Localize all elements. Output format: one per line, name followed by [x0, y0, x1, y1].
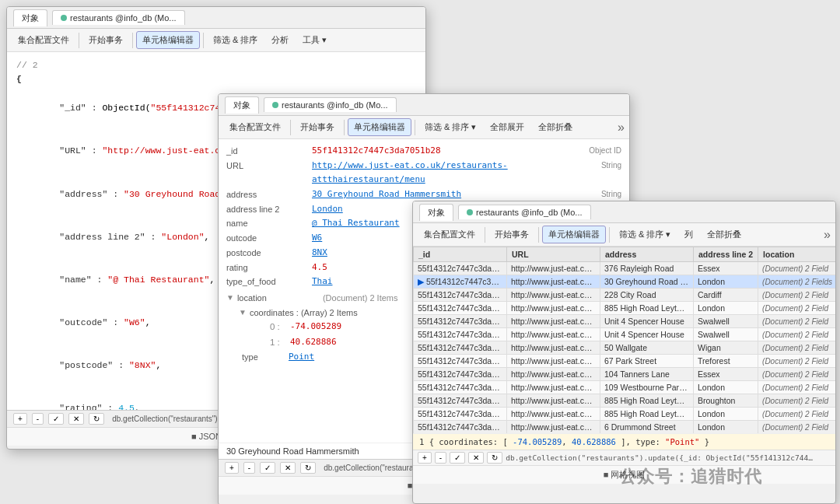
- toolbar-transaction-btn[interactable]: 开始事务: [82, 31, 129, 49]
- window3-view-label: ■ 网格视图: [413, 465, 835, 484]
- w2-celleditor-btn[interactable]: 单元格编辑器: [348, 118, 411, 136]
- table-row[interactable]: 55f14312c7447c3da7051b2chttp://www.just-…: [414, 408, 836, 421]
- w2-refresh-btn[interactable]: ↻: [300, 462, 316, 474]
- w3-chevron-icon: ▾: [666, 229, 670, 240]
- w3-sep1: [485, 227, 485, 243]
- w2-add-btn[interactable]: +: [225, 462, 239, 474]
- toolbar-config-btn[interactable]: 集合配置文件: [12, 31, 75, 49]
- col-address[interactable]: address: [600, 247, 694, 262]
- window2-titlebar: 对象 restaurants @info_db (Mo...: [219, 94, 629, 116]
- w3-filter-btn[interactable]: 筛选 & 排序 ▾: [613, 226, 677, 243]
- window2-tab2-label: restaurants @info_db (Mo...: [282, 100, 388, 110]
- table-row[interactable]: 55f14312c7447c3da7051b2fhttp://www.just-…: [414, 315, 836, 328]
- w3-more-btn[interactable]: »: [824, 228, 831, 242]
- w2-config-btn[interactable]: 集合配置文件: [223, 118, 287, 136]
- toolbar-filter-btn[interactable]: 筛选 & 排序: [207, 31, 264, 49]
- json-line-comment: // 2: [16, 58, 416, 72]
- col-id[interactable]: _id: [414, 247, 507, 262]
- toolbar-sep3: [203, 33, 204, 48]
- tab-dot2: [272, 102, 278, 108]
- window1-tab1-label: 对象: [22, 12, 39, 24]
- grid-table: _id URL address address line 2 location …: [413, 247, 835, 433]
- window3-tab1-label: 对象: [428, 207, 445, 219]
- window3-query-text: db.getCollection("restaurants").update({…: [506, 453, 817, 462]
- w2-sep2: [344, 120, 345, 135]
- w3-collapse-btn[interactable]: 全部折叠: [701, 226, 747, 243]
- window3-titlebar: 对象 restaurants @info_db (Mo...: [413, 201, 835, 223]
- w2-remove-btn[interactable]: -: [243, 462, 255, 474]
- refresh-btn[interactable]: ↻: [89, 413, 104, 425]
- table-row[interactable]: 55f14312c7447c3da7051b30http://www.just-…: [414, 328, 836, 341]
- tab-dot3: [467, 209, 473, 215]
- table-row[interactable]: 55f14312c7447c3da7051b29http://www.just-…: [414, 289, 836, 302]
- add-btn[interactable]: +: [13, 413, 27, 425]
- doc-row-id: _id 55f141312c7447c3da7051b28 Object ID: [226, 144, 621, 159]
- grid-window[interactable]: 对象 restaurants @info_db (Mo... 集合配置文件 开始…: [412, 201, 836, 504]
- grid-scroll-area[interactable]: _id URL address address line 2 location …: [413, 247, 835, 433]
- remove-btn[interactable]: -: [32, 413, 44, 425]
- w3-x-btn[interactable]: ✕: [468, 452, 484, 464]
- grid-header-row: _id URL address address line 2 location: [414, 247, 836, 262]
- doc-row-url: URL http://www.just-eat.co.uk/restaurant…: [226, 159, 621, 187]
- grid-json-preview: 1 { coordinates: [ -74.005289, 40.628886…: [413, 433, 835, 450]
- x-btn[interactable]: ✕: [68, 413, 84, 425]
- w3-check-btn[interactable]: ✓: [450, 452, 465, 464]
- table-row[interactable]: 55f14312c7447c3da7051b32http://www.just-…: [414, 341, 836, 355]
- window3-tab2[interactable]: restaurants @info_db (Mo...: [458, 205, 591, 219]
- table-row[interactable]: ▶ 55f14312c7447c3da7051b28http://www.jus…: [414, 275, 836, 289]
- w3-remove-btn[interactable]: -: [435, 452, 446, 464]
- w2-check-btn[interactable]: ✓: [260, 462, 275, 474]
- chevron2-icon: ▾: [471, 122, 476, 132]
- window2-tab2[interactable]: restaurants @info_db (Mo...: [264, 97, 397, 112]
- toolbar-analyze-btn[interactable]: 分析: [265, 31, 295, 49]
- window1-toolbar: 集合配置文件 开始事务 单元格编辑器 筛选 & 排序 分析 工具 ▾: [7, 29, 425, 52]
- table-row[interactable]: 55f14312c7447c3da7051b27http://www.just-…: [414, 262, 836, 275]
- toolbar-sep2: [132, 33, 133, 48]
- w3-columns-btn[interactable]: 列: [678, 226, 699, 243]
- w2-collapse-btn[interactable]: 全部折叠: [532, 118, 579, 136]
- w3-add-btn[interactable]: +: [418, 452, 432, 464]
- window3-tab1[interactable]: 对象: [419, 204, 453, 221]
- w2-transaction-btn[interactable]: 开始事务: [294, 118, 341, 136]
- w3-refresh-btn[interactable]: ↻: [487, 452, 502, 464]
- toolbar-celleditor-btn[interactable]: 单元格编辑器: [136, 31, 200, 49]
- table-row[interactable]: 55f14312c7447c3da7051b31http://www.just-…: [414, 355, 836, 368]
- check-btn[interactable]: ✓: [48, 413, 64, 425]
- w2-sep3: [415, 120, 415, 135]
- chevron-down-icon: ▾: [322, 35, 327, 45]
- json-line-open: {: [16, 72, 416, 86]
- w2-more-btn[interactable]: »: [618, 121, 625, 135]
- window3-tab2-label: restaurants @info_db (Mo...: [476, 208, 583, 217]
- window1-tab2[interactable]: restaurants @info_db (Mo...: [52, 10, 185, 25]
- window2-toolbar: 集合配置文件 开始事务 单元格编辑器 筛选 & 排序 ▾ 全部展开 全部折叠 »: [219, 116, 629, 139]
- w2-expand-btn[interactable]: 全部展开: [484, 118, 530, 136]
- window1-tab1[interactable]: 对象: [13, 9, 47, 26]
- w2-x-btn[interactable]: ✕: [280, 462, 296, 474]
- table-row[interactable]: 55f14312c7447c3da7051b33http://www.just-…: [414, 368, 836, 381]
- coords-toggle[interactable]: ▼: [239, 306, 247, 319]
- w3-sep3: [609, 227, 610, 243]
- table-row[interactable]: 55f14312c7447c3da7051b34http://www.just-…: [414, 381, 836, 394]
- window1-tab2-label: restaurants @info_db (Mo...: [70, 13, 177, 23]
- toolbar-tools-btn[interactable]: 工具 ▾: [296, 31, 333, 49]
- tab-dot: [61, 15, 67, 21]
- location-toggle[interactable]: ▼: [226, 291, 234, 304]
- col-location[interactable]: location: [758, 247, 835, 262]
- window2-tab1-label: 对象: [233, 100, 250, 111]
- col-url[interactable]: URL: [507, 247, 600, 262]
- col-address2[interactable]: address line 2: [694, 247, 758, 262]
- window1-titlebar: 对象 restaurants @info_db (Mo...: [7, 7, 425, 29]
- table-row[interactable]: 55f14312c7447c3da7051b2dhttp://www.just-…: [414, 421, 836, 434]
- table-row[interactable]: 55f14312c7447c3da7051b2ahttp://www.just-…: [414, 394, 836, 408]
- table-row[interactable]: 55f14312c7447c3da7051b2ehttp://www.just-…: [414, 302, 836, 315]
- w3-sep2: [538, 227, 539, 243]
- w2-sep1: [290, 120, 291, 135]
- w2-filter-btn[interactable]: 筛选 & 排序 ▾: [418, 118, 482, 136]
- w3-transaction-btn[interactable]: 开始事务: [488, 226, 535, 243]
- w3-celleditor-btn[interactable]: 单元格编辑器: [542, 226, 606, 243]
- window2-tab1[interactable]: 对象: [225, 96, 259, 114]
- window3-bottombar: + - ✓ ✕ ↻ db.getCollection("restaurants"…: [413, 450, 835, 465]
- w3-config-btn[interactable]: 集合配置文件: [418, 226, 481, 243]
- window3-toolbar: 集合配置文件 开始事务 单元格编辑器 筛选 & 排序 ▾ 列 全部折叠 »: [413, 223, 835, 247]
- toolbar-sep1: [79, 33, 79, 48]
